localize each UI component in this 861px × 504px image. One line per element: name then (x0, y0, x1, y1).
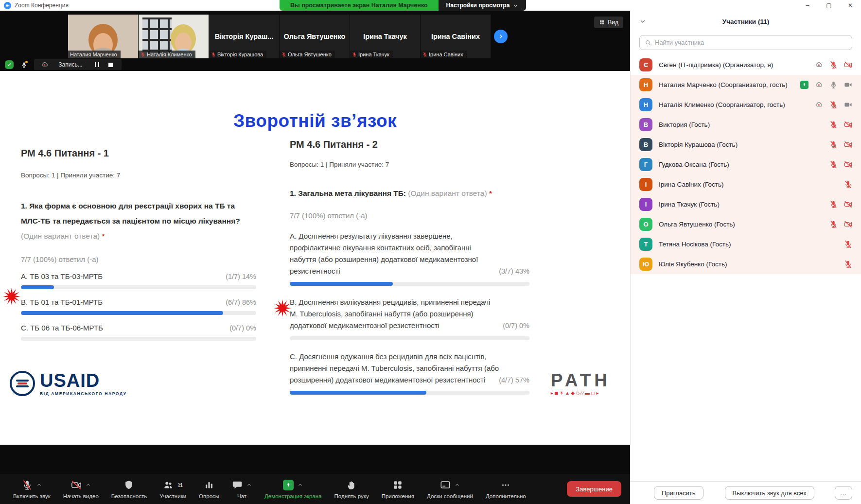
mute-all-button[interactable]: Выключить звук для всех (725, 486, 814, 500)
cloud-recording-icon (815, 101, 823, 109)
answer-stat: (0/7) 0% (229, 324, 256, 332)
view-settings-button[interactable]: Настройки просмотра (439, 0, 527, 11)
video-tile[interactable]: Наталия Марченко (68, 15, 138, 58)
whiteboards-button[interactable]: Доски сообщений (421, 479, 479, 499)
usaid-seal-icon (10, 371, 35, 396)
panel-more-button[interactable]: … (835, 486, 852, 500)
poll-question-2: РМ 4.6 Питання - 2 Вопросы: 1 | Приняли … (290, 139, 529, 395)
search-input[interactable] (655, 39, 847, 46)
video-name-label: Наталія Клименко (139, 51, 195, 58)
stop-recording-button[interactable] (106, 60, 115, 69)
camera-off-icon (844, 61, 852, 69)
grid-view-icon (599, 19, 605, 25)
participant-name: Ольга Явтушенко (Гость) (659, 221, 823, 228)
banner-text: Вы просматриваете экран Наталия Марченко (280, 0, 439, 11)
more-button[interactable]: Дополнительно (479, 479, 532, 499)
chat-button[interactable]: Чат (226, 479, 258, 499)
chevron-up-icon[interactable] (298, 482, 303, 487)
participant-row[interactable]: Г Гудкова Оксана (Гость) (631, 155, 861, 174)
video-name-label: Ірина Савіних (421, 51, 467, 58)
video-tile[interactable]: Ольга Явтушенко Ольга Явтушенко (280, 15, 350, 58)
video-name-label: Ольга Явтушенко (280, 51, 335, 58)
status-row: Запись... (0, 58, 630, 71)
participant-name: Вікторія Курашова (217, 52, 263, 57)
view-button[interactable]: Вид (594, 17, 623, 28)
avatar: В (639, 138, 652, 151)
collapse-panel-icon[interactable] (639, 18, 646, 25)
toolbar-label: Участники (159, 493, 186, 499)
polls-button[interactable]: Опросы (193, 479, 226, 499)
shared-screen: Зворотній зв’язок РМ 4.6 Питання - 1 Воп… (0, 71, 630, 445)
participant-row[interactable]: В Виктория (Гость) (631, 115, 861, 135)
security-button[interactable]: Безопасность (105, 479, 153, 499)
slide-title: Зворотній зв’язок (0, 111, 630, 131)
participant-row[interactable]: Н Наталія Клименко (Соорганизатор, гость… (631, 95, 861, 115)
screen-share-banner: Вы просматриваете экран Наталия Марченко… (280, 0, 526, 11)
video-tile[interactable]: Наталія Клименко (139, 15, 209, 58)
invite-button[interactable]: Пригласить (654, 486, 703, 500)
audio-status-icon (19, 60, 28, 69)
minimize-button[interactable]: – (797, 0, 818, 11)
responded-count: 7/7 (100%) ответил (-а) (21, 255, 256, 263)
participant-row[interactable]: І Ірина Савіних (Гость) (631, 174, 861, 194)
participant-name: Гудкова Оксана (Гость) (659, 161, 823, 168)
video-tile[interactable]: Ірина Ткачук Ірина Ткачук (350, 15, 420, 58)
unmute-button[interactable]: Включить звук (7, 479, 57, 499)
letterbox (0, 445, 630, 474)
participants-panel-title: Участники (11) (722, 18, 769, 25)
poll-answer: С. ТБ 06 та ТБ-06-МРТБ (0/7) 0% (21, 324, 256, 341)
mic-muted-icon (141, 52, 145, 57)
mic-muted-icon (211, 52, 216, 57)
start-video-button[interactable]: Начать видео (57, 479, 105, 499)
close-button[interactable]: ✕ (840, 0, 861, 11)
pause-recording-button[interactable] (92, 60, 101, 69)
camera-on-icon (844, 101, 852, 109)
participant-row[interactable]: Ю Юлія Якубенко (Гость) (631, 254, 861, 274)
toolbar-label: Дополнительно (486, 493, 526, 499)
chevron-up-icon[interactable] (455, 482, 460, 487)
recording-label: Запись... (53, 61, 88, 68)
chevron-up-icon[interactable] (36, 482, 42, 487)
answer-bar-track (21, 337, 256, 341)
chevron-up-icon[interactable] (246, 482, 252, 487)
mic-muted-icon (829, 200, 838, 209)
participants-button[interactable]: 11 Участники (153, 479, 193, 499)
poll-header: РМ 4.6 Питання - 2 (290, 139, 529, 150)
participant-row[interactable]: В Вікторія Курашова (Гость) (631, 135, 861, 155)
participant-row[interactable]: І Ірина Ткачук (Гость) (631, 194, 861, 214)
mic-muted-icon (829, 61, 838, 69)
apps-icon (392, 480, 403, 490)
share-screen-icon (283, 480, 294, 490)
apps-button[interactable]: Приложения (375, 479, 421, 499)
answer-stat: (3/7) 43% (499, 265, 529, 277)
zoom-window: Zoom Конференция Вы просматриваете экран… (0, 0, 861, 504)
next-page-button[interactable] (494, 30, 508, 43)
raise-hand-button[interactable]: Поднять руку (328, 479, 375, 499)
avatar: І (639, 198, 652, 211)
mic-muted-icon (844, 240, 852, 248)
participant-row[interactable]: Є Євген (ІТ-підтримка) (Организатор, я) (631, 55, 861, 75)
end-meeting-button[interactable]: Завершение (567, 481, 621, 497)
chat-icon (232, 480, 243, 490)
camera-off-icon (844, 121, 852, 129)
security-shield-icon (5, 60, 14, 69)
chevron-up-icon[interactable] (86, 482, 91, 487)
video-tile[interactable]: Ірина Савіних Ірина Савіних (421, 15, 491, 58)
mic-muted-icon (829, 160, 838, 169)
camera-off-icon (844, 220, 852, 228)
toolbar-label: Безопасность (111, 493, 147, 499)
meeting-toolbar: Включить звук Начать видео Безопасность … (0, 474, 630, 504)
maximize-button[interactable]: ▢ (818, 0, 840, 11)
answer-bar-track (290, 336, 529, 340)
recording-indicator: Запись... (34, 59, 122, 70)
answer-stat: (6/7) 86% (226, 298, 256, 306)
avatar: Ю (639, 258, 652, 271)
video-tile[interactable]: Вікторія Кураш... Вікторія Курашова (209, 15, 279, 58)
participant-name: Наталія Клименко (147, 52, 192, 57)
cloud-recording-icon (41, 61, 49, 69)
participant-row[interactable]: О Ольга Явтушенко (Гость) (631, 214, 861, 234)
participant-row[interactable]: Н Наталия Марченко (Соорганизатор, гость… (631, 75, 861, 95)
participant-row[interactable]: Т Тетяна Носікова (Гость) (631, 234, 861, 254)
share-screen-button[interactable]: Демонстрация экрана (258, 479, 328, 499)
chevron-down-icon (513, 3, 518, 8)
